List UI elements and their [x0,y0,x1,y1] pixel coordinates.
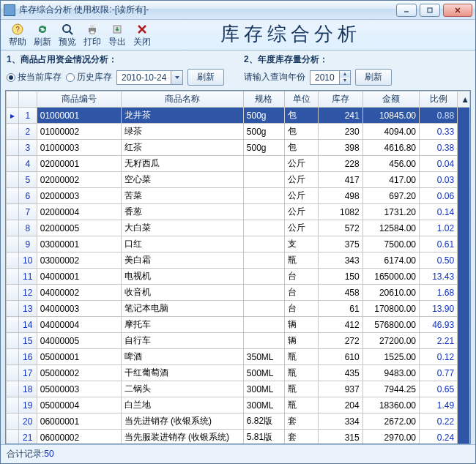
svg-point-6 [63,25,70,32]
table-row[interactable]: 1805000003二锅头300ML瓶9377944.250.65 [7,381,470,397]
cell-ratio: 0.33 [420,124,458,140]
cell-spec [243,188,284,204]
app-icon [4,4,15,16]
year-spinner[interactable]: 2010 [310,70,351,85]
cell-name: 空心菜 [121,172,243,188]
col-spec[interactable]: 规格 [243,91,284,108]
cell-name: 啤酒 [121,349,243,365]
col-amount[interactable]: 金额 [362,91,419,108]
date-combobox[interactable]: 2010-10-24 [116,70,183,85]
table-row[interactable]: 702000004香葱公斤10821731.200.14 [7,204,470,220]
cell-code: 05000002 [37,365,121,381]
cell-unit: 套 [285,430,319,444]
row-index: 16 [18,349,37,365]
table-row[interactable]: 1404000004摩托车辆412576800.0046.93 [7,317,470,333]
cell-amount: 165000.00 [362,269,419,285]
window-minimize-button[interactable] [396,4,417,17]
cell-spec [243,285,284,301]
cell-amount: 576800.00 [362,317,419,333]
row-index: 2 [18,124,37,140]
export-button[interactable]: 导出 [105,22,130,47]
cell-name: 二锅头 [121,381,243,397]
window-maximize-button[interactable] [420,4,440,17]
record-count: 50 [44,449,53,459]
col-stock[interactable]: 库存 [319,91,363,108]
help-button[interactable]: ?帮助 [5,22,30,47]
cell-name: 摩托车 [121,317,243,333]
table-row[interactable]: 1003000002美白霜瓶3436174.000.50 [7,252,470,269]
vertical-scrollbar-track[interactable] [458,108,470,444]
table-row[interactable]: 2006000001当先进销存 (收银系统)6.82版套3342672.000.… [7,414,470,430]
table-row[interactable]: 301000003红茶500g包3984616.800.38 [7,140,470,156]
print-icon [80,22,105,37]
vertical-scrollbar[interactable]: ▲ [458,91,470,108]
cell-unit: 瓶 [285,397,319,414]
cell-unit: 公斤 [285,172,319,188]
cell-amount: 7944.25 [362,381,419,397]
row-indicator [7,317,19,333]
refresh-button-2[interactable]: 刷新 [355,69,392,86]
table-row[interactable]: ▸101000001龙井茶500g包24110845.000.88 [7,108,470,124]
cell-stock: 230 [319,124,363,140]
col-unit[interactable]: 单位 [285,91,319,108]
table-row[interactable]: 802000005大白菜公斤57212584.001.02 [7,220,470,236]
table-row[interactable]: 1905000004白兰地300ML瓶20418360.001.49 [7,397,470,414]
radio-history-stock[interactable]: 历史库存 [66,71,112,83]
cell-name: 美白霜 [121,252,243,269]
app-window: 库存综合分析 使用权限:-[读所有]- ?帮助刷新预览打印导出关闭 库存综合分析… [0,0,476,464]
row-index: 14 [18,317,37,333]
col-ratio[interactable]: 比例 [420,91,458,108]
cell-name: 电视机 [121,269,243,285]
cell-amount: 10845.00 [362,108,419,124]
table-row[interactable]: 1304000003笔记本电脑台61170800.0013.90 [7,301,470,317]
radio-current-stock[interactable]: 按当前库存 [7,71,62,83]
refresh-button[interactable]: 刷新 [30,22,55,47]
preview-icon [55,22,80,37]
cell-amount: 20610.00 [362,285,419,301]
table-row[interactable]: 1605000001啤酒350ML瓶6101525.000.12 [7,349,470,365]
refresh-button-1[interactable]: 刷新 [187,69,224,86]
cell-name: 无籽西瓜 [121,156,243,172]
col-code[interactable]: 商品编号 [37,91,121,108]
cell-ratio: 0.12 [420,349,458,365]
svg-rect-9 [90,25,94,28]
cell-stock: 150 [319,269,363,285]
cell-ratio: 1.68 [420,285,458,301]
cell-spec: 500g [243,140,284,156]
table-row[interactable]: 1705000002干红葡萄酒500ML瓶4359483.000.77 [7,365,470,381]
cell-spec: 500ML [243,365,284,381]
close-button[interactable]: 关闭 [130,22,155,47]
table-row[interactable]: 502000002空心菜公斤417417.000.03 [7,172,470,188]
table-row[interactable]: 903000001口红支3757500.000.61 [7,236,470,252]
row-index: 1 [18,108,37,124]
cell-unit: 包 [285,108,319,124]
row-indicator [7,188,19,204]
table-row[interactable]: 2106000002当先服装进销存 (收银系统)5.81版套3152970.00… [7,430,470,444]
row-indicator [7,140,19,156]
cell-spec: 500g [243,108,284,124]
row-index: 20 [18,414,37,430]
cell-ratio: 0.03 [420,172,458,188]
cell-name: 龙井茶 [121,108,243,124]
cell-name: 绿茶 [121,124,243,140]
cell-code: 04000004 [37,317,121,333]
table-row[interactable]: 402000001无籽西瓜公斤228456.000.04 [7,156,470,172]
print-button[interactable]: 打印 [80,22,105,47]
cell-stock: 498 [319,188,363,204]
table-row[interactable]: 1504000005自行车辆27227200.002.21 [7,333,470,349]
table-row[interactable]: 1104000001电视机台150165000.0013.43 [7,269,470,285]
row-indicator [7,381,19,397]
table-row[interactable]: 201000002绿茶500g包2304094.000.33 [7,124,470,140]
filters-row2: 按当前库存 历史库存 2010-10-24 刷新 请输入查询年份 2010 刷新 [1,69,475,89]
cell-unit: 套 [285,414,319,430]
spin-up-icon[interactable] [340,71,350,78]
spin-down-icon[interactable] [340,78,350,84]
cell-spec [243,333,284,349]
svg-marker-16 [343,79,346,82]
window-close-button[interactable] [443,4,472,17]
preview-button[interactable]: 预览 [55,22,80,47]
cell-code: 01000002 [37,124,121,140]
table-row[interactable]: 1204000002收音机台45820610.001.68 [7,285,470,301]
table-row[interactable]: 602000003苦菜公斤498697.200.06 [7,188,470,204]
col-name[interactable]: 商品名称 [121,91,243,108]
